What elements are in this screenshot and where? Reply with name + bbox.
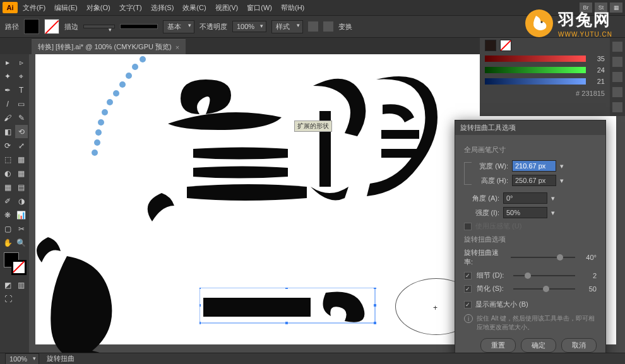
doc-title: 转换] [转换].ai* @ 100% (CMYK/GPU 预览) [38,42,172,52]
width-label: 宽度 (W): [473,161,508,171]
rate-slider[interactable] [511,257,575,258]
color-mode-icon[interactable]: ◩ [1,278,15,291]
menu-effect[interactable]: 效果(C) [179,2,210,14]
twirl-section-label: 旋转扭曲选项 [464,235,597,244]
menu-object[interactable]: 对象(O) [83,2,114,14]
stroke-profile[interactable] [120,24,158,29]
intensity-input[interactable] [503,207,547,218]
shape-builder-tool[interactable]: ◐ [1,167,15,180]
scale-tool[interactable]: ⤢ [15,139,28,152]
detail-value: 2 [580,272,597,279]
panel-fill-swatch[interactable] [485,40,496,51]
direct-select-tool[interactable]: ▹ [15,56,28,69]
height-label: 高度 (H): [473,176,508,185]
screen-mode-icon[interactable]: ⛶ [1,292,15,305]
swirl-art [29,231,168,354]
showbrush-checkbox[interactable]: ✓ [464,301,472,308]
hand-tool[interactable]: ✋ [1,236,15,249]
svg-rect-12 [203,298,311,317]
twirl-tool[interactable]: ⟲ [15,125,28,138]
detail-label: 细节 (D): [477,271,508,280]
swatches-panel-icon[interactable] [612,57,622,67]
free-transform-tool[interactable]: ▦ [15,153,28,166]
ok-button[interactable]: 确定 [521,338,556,353]
lasso-tool[interactable]: ⌖ [15,69,28,83]
dialog-tip: i按住 Alt 键，然后使用该工具单击，即可相应地更改画笔大小。 [464,314,597,332]
pen-tool[interactable]: ✒ [1,83,15,97]
align-icon[interactable] [308,21,318,32]
hex-value[interactable]: # 231815 [480,87,610,100]
selected-shape[interactable] [199,288,383,326]
symbol-sprayer-tool[interactable]: ❋ [1,208,15,221]
menu-edit[interactable]: 编辑(E) [51,2,81,14]
opacity-field[interactable]: 100% [232,21,266,32]
eyedropper-tool[interactable]: ✐ [1,194,15,208]
pencil-tool[interactable]: ✎ [15,111,28,124]
magic-wand-tool[interactable]: ✦ [1,69,15,83]
blend-tool[interactable]: ◑ [15,194,28,208]
stroke-weight[interactable] [83,25,115,28]
svg-point-10 [92,150,98,156]
selection-tool[interactable]: ▸ [1,56,15,69]
zoom-level[interactable]: 100% [5,353,39,365]
zoom-tool[interactable]: 🔍 [15,236,28,249]
link-icon[interactable] [464,162,472,185]
slice-tool[interactable]: ✂ [15,222,28,235]
menu-window[interactable]: 窗口(W) [243,2,276,14]
stroke-style[interactable]: 基本 [163,20,194,33]
angle-label: 角度 (A): [464,194,499,203]
height-input[interactable] [512,175,556,186]
type-tool[interactable]: T [15,83,28,97]
detail-slider[interactable] [513,275,575,276]
stroke-swatch[interactable] [44,19,59,34]
cancel-button[interactable]: 取消 [561,338,597,353]
stroke-color[interactable] [11,260,27,275]
menu-file[interactable]: 文件(F) [19,2,49,14]
intensity-label: 强度 (I): [464,208,499,218]
perspective-tool[interactable]: ▦ [15,167,28,180]
rotate-tool[interactable]: ⟳ [1,139,15,152]
menu-view[interactable]: 视图(V) [211,2,242,14]
color-slider-b[interactable]: 21 [480,76,610,87]
fill-swatch[interactable] [24,19,39,34]
pen-pressure-label: 使用压感笔 (U) [475,221,521,231]
brush-tool[interactable]: 🖌 [1,111,15,124]
angle-input[interactable] [503,192,547,204]
color-panel-icon[interactable] [612,42,622,52]
brushes-panel-icon[interactable] [612,72,622,82]
reset-button[interactable]: 重置 [480,338,516,353]
symbols-panel-icon[interactable] [612,87,622,97]
width-input[interactable] [512,160,556,172]
menu-help[interactable]: 帮助(H) [277,2,308,14]
document-tab[interactable]: 转换] [转换].ai* @ 100% (CMYK/GPU 预览) × [32,39,186,54]
simplify-slider[interactable] [513,288,575,290]
graph-tool[interactable]: 📊 [15,208,28,221]
menu-select[interactable]: 选择(S) [147,2,178,14]
style-dropdown[interactable]: 样式 [271,20,303,33]
width-tool[interactable]: ⬚ [1,153,15,166]
rect-tool[interactable]: ▭ [15,97,28,110]
mesh-tool[interactable]: ▦ [1,180,15,194]
rate-label: 旋转扭曲速率: [464,248,506,267]
svg-rect-13 [199,288,201,289]
color-slider-g[interactable]: 24 [480,64,610,76]
align2-icon[interactable] [323,21,333,32]
calligraphy-art [124,61,452,237]
dialog-title: 旋转扭曲工具选项 [455,120,605,135]
transform-button[interactable]: 变换 [338,22,352,32]
color-slider-r[interactable]: 35 [480,53,610,64]
panel-stroke-swatch[interactable] [500,40,511,51]
close-tab-icon[interactable]: × [176,44,179,51]
stroke-panel-icon[interactable] [612,102,622,112]
svg-point-8 [95,129,102,136]
gradient-tool[interactable]: ▤ [15,180,28,194]
pen-pressure-checkbox[interactable] [464,223,472,230]
simplify-checkbox[interactable]: ✓ [464,285,472,293]
eraser-tool[interactable]: ◧ [1,125,15,138]
gradient-mode-icon[interactable]: ▥ [15,278,28,291]
svg-rect-15 [374,288,376,289]
artboard-tool[interactable]: ▢ [1,222,15,235]
menu-type[interactable]: 文字(T) [116,2,146,14]
detail-checkbox[interactable]: ✓ [464,272,472,279]
line-tool[interactable]: / [1,97,15,110]
